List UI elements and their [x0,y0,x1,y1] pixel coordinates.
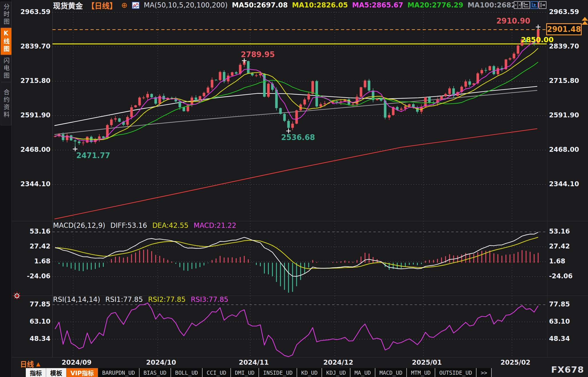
macd-dea-value: DEA:42.55 [152,221,188,230]
period-selector-arrow-icon: ▲ [36,361,40,367]
macd-title: MACD(26,12,9) [53,221,105,230]
time-axis-label: 2024/09 [56,359,97,366]
watermark: FX678 [551,364,584,375]
sidebar-tab-timeshare-chart[interactable]: 分时图 [1,2,11,28]
snap-right-icon[interactable] [539,1,546,9]
price-axis-label: 2963.59 [549,8,588,15]
bottom-tab-模板[interactable]: 模板 [46,368,66,377]
macd-axis-label: 53.16 [549,228,588,235]
horizontal-line-price-label: 2850.00 [521,36,554,44]
bottom-tab-kd_ud[interactable]: KD_UD [297,368,322,377]
ma5-value: MA5:2865.67 [352,1,403,9]
price-up-arrow-icon [582,17,588,28]
ma10-value: MA10:2826.05 [292,1,348,9]
macd-axis-label: -24.06 [11,272,50,280]
rsi-axis-label: 48.34 [549,335,588,342]
bottom-tab-ma_ud[interactable]: MA_UD [350,368,375,377]
swing-low-label: 2471.77 [76,151,110,160]
price-axis-label: 2468.00 [549,146,588,153]
price-axis-label: 2839.70 [11,42,50,50]
time-axis-label: 2024/12 [318,359,358,366]
bottom-tab-outside_ud[interactable]: OUTSIDE_UD [435,368,477,377]
price-axis-label: 2591.90 [549,111,588,119]
ma50-value: MA50:2697.08 [232,1,288,9]
price-axis-label: 2344.10 [549,180,588,188]
price-axis-label: 2715.80 [11,77,50,84]
bottom-tab-指标[interactable]: 指标 [26,368,46,377]
chart-header: 现货黄金 【日线】 ⊕ MA(50,10,5,20,100,200) MA50:… [53,1,539,9]
rsi2-value: RSI2:77.85 [148,296,186,304]
bottom-tab-macd_ud[interactable]: MACD_UD [375,368,407,377]
time-axis-label: 2024/11 [234,359,274,366]
sidebar-tab-lightning-chart[interactable]: 闪电图 [1,55,11,82]
bottom-tab-kdj_ud[interactable]: KDJ_UD [322,368,350,377]
chart-toolbar-icons [514,1,546,9]
swing-high-label: 2789.95 [241,50,275,59]
rsi-axis-label: 48.34 [11,335,50,342]
trading-app: 分时图 K线图 闪电图 合约资料 现货黄金 【日线】 ⊕ MA(50,10,5,… [0,0,588,377]
ma20-value: MA20:2776.29 [407,1,463,9]
bottom-tab-bias_ud[interactable]: BIAS_UD [140,368,171,377]
bottom-tab-boll_ud[interactable]: BOLL_UD [171,368,203,377]
rsi1-value: RSI1:77.85 [105,296,143,304]
price-axis-label: 2963.59 [11,8,50,15]
current-price-value: 2901.48 [547,25,581,34]
chart-canvas[interactable] [0,0,588,377]
axis-scale-icon[interactable] [522,1,530,9]
macd-pane-header: MACD(26,12,9) DIFF:53.16 DEA:42.55 MACD:… [53,221,236,230]
macd-axis-label: 1.68 [11,257,50,265]
rsi-axis-label: 63.10 [549,318,588,325]
bottom-tab-dmi_ud[interactable]: DMI_UD [231,368,259,377]
rsi-title: RSI(14,14,14) [53,296,100,304]
price-axis-label: 2839.70 [549,42,588,50]
bottom-tab-barupdn_ud[interactable]: BARUPDN_UD [98,368,139,377]
symbol-name: 现货黄金 [53,0,83,11]
macd-axis-label: 1.68 [549,257,588,265]
period-selector[interactable]: 日线 ▲ [20,359,40,369]
macd-axis-label: 53.16 [11,228,50,235]
auto-scroll-icon[interactable] [530,1,538,9]
price-axis-label: 2591.90 [11,111,50,119]
indicator-alert-icon[interactable] [13,292,21,300]
sidebar-tab-contract-info[interactable]: 合约资料 [1,82,11,125]
macd-diff-value: DIFF:53.16 [110,221,147,230]
sidebar-tab-kline-chart[interactable]: K线图 [1,28,11,55]
macd-axis-label: -24.06 [549,272,588,280]
period-selector-label: 日线 [20,359,34,369]
macd-macd-value: MACD:21.22 [194,221,236,230]
rsi-axis-label: 63.10 [11,318,50,325]
bottom-tab-cci_ud[interactable]: CCI_UD [203,368,231,377]
add-indicator-icon[interactable]: ⊕ [121,1,128,9]
time-axis-label: 2025/01 [407,359,447,366]
swing-high-label: 2910.90 [496,17,530,25]
rsi3-value: RSI3:77.85 [191,296,228,304]
macd-axis-label: 27.42 [11,242,50,250]
price-axis-label: 2468.00 [11,146,50,153]
more-indicators-button[interactable]: >> [477,368,492,377]
indicator-tab-bar: 指标模板VIP指标BARUPDN_UDBIAS_UDBOLL_UDCCI_UDD… [26,368,492,377]
pan-crosshair-icon[interactable] [514,1,522,9]
rsi-pane-header: RSI(14,14,14) RSI1:77.85 RSI2:77.85 RSI3… [53,296,228,304]
time-axis: 日线 ▲ 2024/092024/102024/112024/122025/01… [11,357,588,368]
bottom-tab-vip指标[interactable]: VIP指标 [66,368,98,377]
bottom-tab-mtm_ud[interactable]: MTM_UD [407,368,435,377]
ma-settings-label: MA(50,10,5,20,100,200) [144,1,228,9]
macd-axis-label: 27.42 [549,242,588,250]
swing-low-label: 2536.68 [281,133,315,142]
period-tag: 【日线】 [87,0,117,11]
current-price-box: 2901.48 [546,23,582,35]
bottom-tab-inside_ud[interactable]: INSIDE_UD [259,368,297,377]
time-axis-label: 2024/10 [141,359,181,366]
rsi-axis-label: 77.85 [549,300,588,308]
chart-type-icon[interactable] [132,2,140,9]
price-axis-label: 2344.10 [11,180,50,188]
sidebar: 分时图 K线图 闪电图 合约资料 [0,0,12,377]
time-axis-label: 2025/02 [495,359,536,366]
rsi-axis-label: 77.85 [11,300,50,308]
price-axis-label: 2715.80 [549,77,588,84]
